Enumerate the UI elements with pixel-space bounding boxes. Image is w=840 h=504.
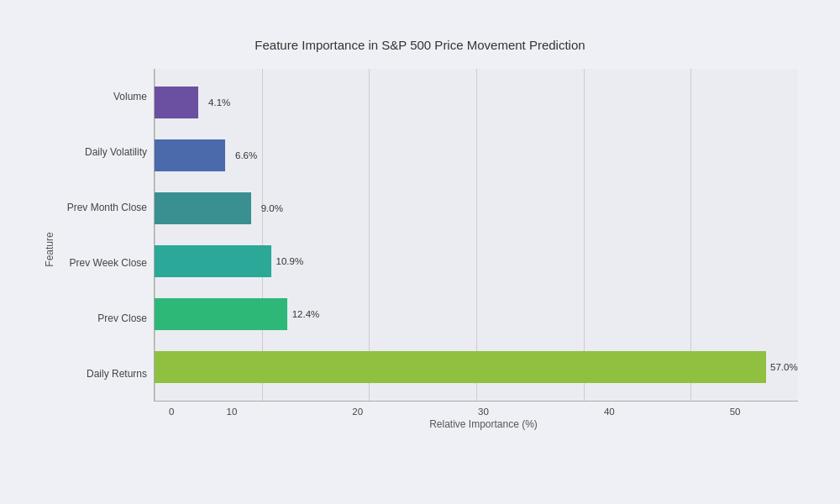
bar-row: 57.0% — [155, 347, 798, 387]
bar-value-label: 9.0% — [261, 203, 283, 213]
plot-area: 4.1%6.6%9.0%10.9%12.4%57.0% — [154, 69, 798, 402]
bar-row: 4.1% — [155, 82, 798, 123]
x-tick-label: 10 — [169, 407, 295, 417]
y-axis-label: Feature — [44, 232, 55, 266]
bar-row: 9.0% — [155, 188, 798, 228]
bar: 12.4% — [155, 298, 287, 330]
x-tick-label: 50 — [672, 407, 798, 417]
bar-value-label: 10.9% — [276, 256, 304, 266]
x-tick-label: 20 — [295, 407, 421, 417]
bar-value-label: 6.6% — [235, 150, 257, 160]
y-labels: VolumeDaily VolatilityPrev Month ClosePr… — [57, 69, 154, 402]
y-label: Prev Close — [57, 318, 147, 319]
x-axis-labels: 01020304050 — [169, 402, 798, 417]
bars-container: 4.1%6.6%9.0%10.9%12.4%57.0% — [155, 69, 798, 401]
bar-row: 10.9% — [155, 241, 798, 281]
bar-value-label: 57.0% — [770, 362, 798, 372]
chart-area: Feature VolumeDaily VolatilityPrev Month… — [42, 69, 798, 430]
y-label: Daily Returns — [57, 374, 147, 375]
bar-row: 6.6% — [155, 135, 798, 176]
y-label: Daily Volatility — [57, 152, 147, 153]
bar: 6.6% — [155, 139, 225, 171]
bar-value-label: 4.1% — [208, 97, 230, 108]
y-labels-and-plot: VolumeDaily VolatilityPrev Month ClosePr… — [57, 69, 798, 430]
bar-value-label: 12.4% — [292, 309, 320, 319]
y-label: Prev Week Close — [57, 263, 147, 264]
bar: 57.0% — [155, 351, 766, 383]
bar: 4.1% — [155, 87, 198, 118]
x-tick-label: 30 — [421, 407, 547, 417]
plot-with-ylabels: VolumeDaily VolatilityPrev Month ClosePr… — [57, 69, 798, 402]
bar: 9.0% — [155, 192, 251, 224]
x-tick-label: 40 — [546, 407, 672, 417]
chart-container: Feature Importance in S&P 500 Price Move… — [17, 13, 823, 491]
chart-title: Feature Importance in S&P 500 Price Move… — [42, 38, 798, 52]
y-label: Volume — [57, 97, 147, 97]
x-axis-label: Relative Importance (%) — [169, 418, 798, 430]
bar: 10.9% — [155, 245, 271, 277]
y-label: Prev Month Close — [57, 207, 147, 208]
y-axis-label-container: Feature — [42, 69, 57, 430]
bar-row: 12.4% — [155, 294, 798, 334]
